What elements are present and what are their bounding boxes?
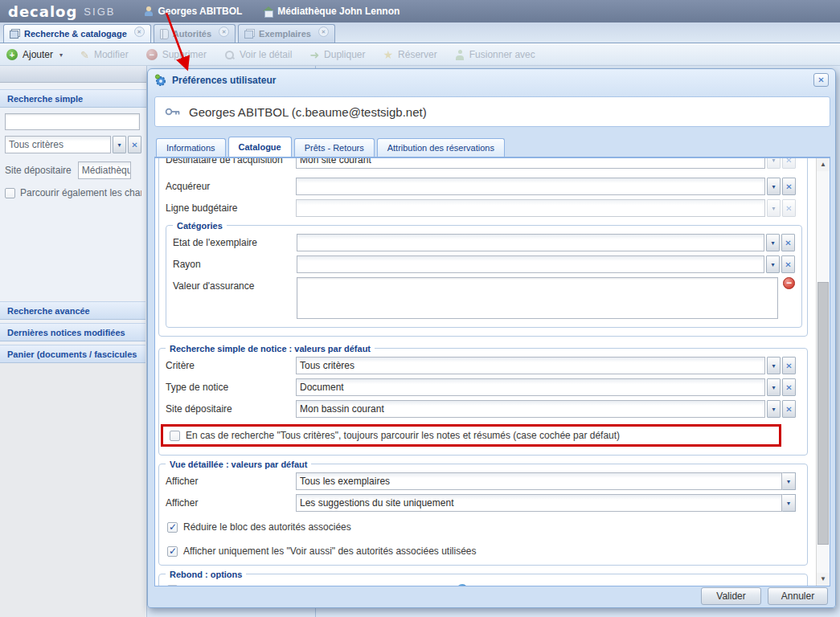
dupliquer-button[interactable]: ➜ Dupliquer [309,48,365,61]
combo-clear-icon[interactable]: ✕ [782,400,796,418]
merge-person-icon [455,50,465,60]
voir-aussi-checkbox-label: Afficher uniquement les "Voir aussi" des… [183,545,477,557]
records-toolbar: + Ajouter ▾ ✎ Modifier − Supprimer Voir … [0,43,840,66]
combo-chevron-icon[interactable]: ▾ [766,234,780,251]
destinataire-combo[interactable]: Mon site courant [296,158,765,169]
gear-icon [154,74,167,87]
reduire-bloc-checkbox[interactable] [167,522,178,533]
tab-informations[interactable]: Informations [156,138,226,157]
panel-header-dernieres-notices[interactable]: Dernières notices modifiées [0,323,145,341]
remove-icon[interactable]: − [783,277,795,289]
scroll-down-icon[interactable]: ▼ [817,573,830,586]
combo-chevron-icon[interactable]: ▾ [767,158,781,169]
app-logo-suffix: SIGB [84,6,115,18]
close-tab-icon[interactable]: ✕ [318,27,329,37]
rayon-combo[interactable] [297,255,764,273]
combo-chevron-icon[interactable]: ▾ [767,178,781,195]
combo-chevron-icon[interactable]: ▾ [782,472,796,490]
valeur-assurance-textarea[interactable] [297,277,778,319]
criteria-combo-value[interactable]: Tous critères [5,136,111,153]
combo-clear-icon[interactable]: ✕ [782,357,796,374]
combo-clear-icon[interactable]: ✕ [782,178,796,195]
reduire-bloc-checkrow: Réduire le bloc des autorités associées [167,521,796,533]
ligne-budgetaire-row: Ligne budgétaire ▾ ✕ [166,199,796,217]
etat-exemplaire-label: Etat de l'exemplaire [173,237,297,248]
reserver-button[interactable]: ★ Réserver [383,48,436,61]
panel-header-panier[interactable]: Panier (documents / fascicules [0,345,145,363]
scroll-up-icon[interactable]: ▲ [817,158,830,171]
tab-catalogue[interactable]: Catalogue [228,137,292,157]
combo-chevron-icon[interactable]: ▾ [113,136,126,153]
voir-detail-button[interactable]: Voir le détail [224,49,292,60]
panel-header-recherche-simple[interactable]: Recherche simple [0,89,146,108]
modifier-button[interactable]: ✎ Modifier [80,49,129,61]
afficher-label: Afficher [166,476,296,487]
annuler-button[interactable]: Annuler [768,587,828,605]
etat-exemplaire-combo[interactable] [297,234,764,251]
site-depositaire-combo[interactable]: Mon bassin courant [296,400,765,418]
vue-detaillee-legend: Vue détaillée : valeurs par défaut [166,460,311,469]
type-notice-combo[interactable]: Document [296,378,765,396]
combo-chevron-icon[interactable]: ▾ [767,400,781,418]
tab-recherche-catalogage[interactable]: Recherche & catalogage ✕ [3,24,151,43]
ligne-budgetaire-combo [296,199,765,217]
tous-criteres-notes-checkbox[interactable] [170,431,180,441]
tab-attribution-reservations[interactable]: Attribution des réservations [377,138,505,157]
close-tab-icon[interactable]: ✕ [219,27,229,37]
ajouter-button[interactable]: + Ajouter ▾ [6,49,63,60]
parcourir-checkbox[interactable] [5,188,15,198]
acquereur-combo[interactable] [296,178,765,195]
sidebar-top-strip [0,66,146,83]
current-user-label: Georges ABITBOL [158,6,242,17]
combo-clear-icon[interactable]: ✕ [782,378,796,396]
combo-clear-icon[interactable]: ✕ [781,234,795,251]
supprimer-button[interactable]: − Supprimer [146,49,207,60]
parcourir-checkbox-label: Parcourir également les cham [20,187,141,198]
tab-autorites[interactable]: Autorités ✕ [154,24,236,43]
search-input[interactable] [5,113,140,130]
valider-button[interactable]: Valider [701,587,761,605]
rebond-legend: Rebond : options [166,570,246,579]
site-combo-value[interactable]: Médiathèque [78,161,131,179]
tab-label: Exemplaires [259,29,311,39]
combo-chevron-icon[interactable]: ▾ [767,378,781,396]
current-site[interactable]: Médiathèque John Lennon [263,6,400,17]
dialog-close-icon[interactable]: ✕ [813,73,829,87]
duplicate-icon: ➜ [309,48,319,61]
afficher-label: Afficher [166,497,296,509]
combo-clear-icon[interactable]: ✕ [128,136,141,153]
acquereur-row: Acquéreur ▾ ✕ [166,178,796,195]
close-tab-icon[interactable]: ✕ [134,27,145,37]
form-scrollbar[interactable]: ▲ ▼ [816,158,830,586]
star-icon: ★ [383,48,393,61]
add-icon: + [6,49,18,60]
recherche-notice-legend: Recherche simple de notice : valeurs par… [166,344,375,353]
key-icon [165,106,181,117]
combo-chevron-icon[interactable]: ▾ [767,357,781,374]
voir-aussi-checkbox[interactable] [167,546,178,557]
current-site-label: Médiathèque John Lennon [277,6,400,17]
critere-combo[interactable]: Tous critères [296,357,765,374]
afficher-suggestions-combo[interactable]: Les suggestions du site uniquement [296,494,782,512]
combo-chevron-icon[interactable]: ▾ [766,255,780,273]
fusionner-button[interactable]: Fusionner avec [455,49,535,60]
tab-exemplaires[interactable]: Exemplaires ✕ [238,24,335,43]
afficher-exemplaires-combo[interactable]: Tous les exemplaires [296,472,782,490]
valeur-assurance-label: Valeur d'assurance [173,277,297,292]
criteria-combo[interactable]: Tous critères ▾ ✕ [5,136,141,153]
combo-clear-icon[interactable]: ✕ [782,158,796,169]
tab-prets-retours[interactable]: Prêts - Retours [294,138,375,157]
scrollbar-thumb[interactable] [817,282,829,545]
dialog-footer: Valider Annuler [148,585,835,607]
recherche-notice-fieldset: Recherche simple de notice : valeurs par… [158,348,808,456]
etat-exemplaire-row: Etat de l'exemplaire ▾ ✕ [173,234,795,251]
critere-label: Critère [166,360,296,371]
dialog-header[interactable]: Préférences utilisateur ✕ [148,69,835,91]
application-topbar: decalog SIGB Georges ABITBOL Médiathèque… [0,0,840,22]
current-user[interactable]: Georges ABITBOL [144,6,242,17]
combo-clear-icon[interactable]: ✕ [781,255,795,273]
panel-header-recherche-avancee[interactable]: Recherche avancée [0,301,145,320]
combo-clear-icon: ✕ [782,199,796,217]
combo-chevron-icon[interactable]: ▾ [782,494,796,512]
app-logo: decalog [8,3,77,20]
